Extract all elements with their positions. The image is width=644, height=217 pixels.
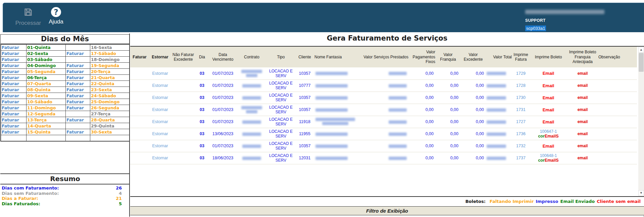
faturar-link[interactable]: Faturar [2, 129, 19, 134]
estornar-link[interactable]: Estornar [152, 156, 168, 160]
faturar-cell[interactable]: Faturar [66, 75, 90, 81]
imprime-boleto-cell[interactable]: Email [530, 67, 567, 79]
estornar-link[interactable]: Estornar [152, 107, 168, 112]
faturar-cell[interactable]: Faturar [66, 51, 90, 57]
estornar-link[interactable]: Estornar [152, 83, 168, 88]
imprime-boleto-email-link[interactable]: Email [543, 71, 554, 76]
faturar-link[interactable]: Faturar [66, 105, 84, 110]
faturar-cell[interactable]: Faturar [66, 117, 90, 123]
faturar-link[interactable]: Faturar [2, 75, 19, 80]
faturar-link[interactable]: Faturar [2, 93, 19, 98]
faturar-link[interactable]: Faturar [66, 69, 84, 74]
boleto-franquia-email-link[interactable]: email [578, 107, 588, 112]
faturar-link[interactable]: Faturar [2, 123, 19, 128]
faturar-link[interactable]: Faturar [66, 129, 84, 134]
faturar-cell[interactable]: Faturar [1, 129, 27, 135]
imprime-boleto-cell[interactable]: Email [530, 79, 567, 92]
faturar-cell[interactable]: Faturar [66, 129, 90, 135]
ajuda-button[interactable]: ? Ajuda [46, 7, 66, 25]
faturar-link[interactable]: Faturar [66, 87, 84, 92]
faturar-cell[interactable]: Faturar [1, 81, 27, 87]
imprime-fatura-link[interactable]: 1737 [516, 156, 526, 160]
imprime-fatura-link[interactable]: 1732 [516, 144, 526, 148]
imprime-boleto-cell[interactable]: Email [530, 140, 567, 152]
faturar-cell[interactable]: Faturar [1, 69, 27, 75]
faturar-link[interactable]: Faturar [2, 81, 19, 86]
boleto-franquia-email-link[interactable]: email [578, 131, 588, 136]
imprime-fatura-link[interactable]: 1731 [516, 107, 526, 112]
imprime-boleto-cell[interactable]: Email [530, 104, 567, 116]
faturar-cell[interactable]: Faturar [1, 63, 27, 69]
faturar-cell[interactable]: Faturar [66, 81, 90, 87]
imprime-boleto-cell[interactable]: Email [530, 92, 567, 104]
faturar-link[interactable]: Faturar [2, 51, 19, 56]
imprime-fatura-link[interactable]: 1730 [516, 95, 526, 100]
estornar-link[interactable]: Estornar [152, 144, 168, 148]
boleto-franquia-email-link[interactable]: email [578, 119, 588, 124]
imprime-fatura-link[interactable]: 1727 [516, 119, 526, 124]
scroll-up-button[interactable]: ▲ [638, 47, 644, 53]
faturar-link[interactable]: Faturar [66, 81, 84, 86]
faturar-cell[interactable]: Faturar [1, 51, 27, 57]
scroll-down-button[interactable]: ▼ [638, 190, 644, 196]
imprime-fatura-link[interactable]: 1729 [516, 71, 526, 76]
imprime-boleto-cell[interactable]: 100647-1 corEmailS [530, 128, 567, 140]
estornar-link[interactable]: Estornar [152, 119, 168, 124]
imprime-boleto-email-link[interactable]: Email [543, 119, 554, 124]
faturar-cell[interactable]: Faturar [1, 57, 27, 63]
faturar-cell[interactable]: Faturar [66, 93, 90, 99]
faturar-link[interactable]: Faturar [2, 105, 19, 110]
column-faturar-link[interactable]: Faturar [130, 47, 149, 67]
faturar-link[interactable]: Faturar [66, 93, 84, 98]
faturar-cell[interactable]: Faturar [1, 123, 27, 129]
column-estornar-link[interactable]: Estornar [149, 47, 171, 67]
imprime-boleto-cell[interactable]: Email [530, 116, 567, 128]
faturar-link[interactable]: Faturar [2, 99, 19, 104]
faturar-cell[interactable]: Faturar [1, 111, 27, 117]
faturar-cell[interactable]: Faturar [66, 99, 90, 105]
faturar-cell[interactable]: Faturar [1, 75, 27, 81]
faturar-cell[interactable]: Faturar [1, 117, 27, 123]
faturar-link[interactable]: Faturar [2, 87, 19, 92]
faturar-link[interactable]: Faturar [66, 75, 84, 80]
faturar-cell[interactable]: Faturar [66, 69, 90, 75]
faturar-cell[interactable]: Faturar [1, 87, 27, 93]
boleto-franquia-email-link[interactable]: email [578, 156, 588, 160]
faturar-cell[interactable]: Faturar [1, 93, 27, 99]
estornar-link[interactable]: Estornar [152, 131, 168, 136]
faturar-link[interactable]: Faturar [2, 117, 19, 122]
faturar-cell[interactable]: Faturar [66, 105, 90, 111]
vertical-scrollbar[interactable]: ▲ ▼ [638, 47, 644, 196]
estornar-link[interactable]: Estornar [152, 71, 168, 76]
faturar-cell[interactable]: Faturar [1, 45, 27, 51]
faturar-link[interactable]: Faturar [66, 117, 84, 122]
faturar-cell[interactable]: Faturar [66, 63, 90, 69]
imprime-boleto-email-link[interactable]: Email [543, 95, 554, 100]
faturar-link[interactable]: Faturar [66, 51, 84, 56]
imprime-boleto-cell[interactable]: 100648-1 corEmailS [530, 152, 567, 164]
faturar-cell[interactable]: Faturar [1, 105, 27, 111]
boleto-franquia-email-link[interactable]: email [578, 95, 588, 100]
imprime-boleto-email-link[interactable]: Email [543, 83, 554, 88]
faturar-link[interactable]: Faturar [66, 99, 84, 104]
estornar-link[interactable]: Estornar [152, 95, 168, 100]
imprime-boleto-email-link[interactable]: Email [543, 107, 554, 112]
boleto-number-link[interactable]: 100648-1 [530, 153, 566, 158]
imprime-boleto-email-link[interactable]: Email [543, 144, 554, 149]
faturar-link[interactable]: Faturar [2, 63, 19, 68]
scroll-thumb[interactable] [639, 53, 644, 72]
faturar-cell[interactable]: Faturar [66, 87, 90, 93]
boleto-franquia-email-link[interactable]: email [578, 83, 588, 88]
boleto-number-link[interactable]: 100647-1 [530, 129, 566, 134]
boleto-franquia-email-link[interactable]: email [578, 71, 588, 76]
faturar-link[interactable]: Faturar [2, 111, 19, 116]
imprime-fatura-link[interactable]: 1728 [516, 83, 526, 88]
imprime-fatura-link[interactable]: 1736 [516, 131, 526, 136]
faturar-link[interactable]: Faturar [2, 45, 19, 50]
faturar-link[interactable]: Faturar [66, 63, 84, 68]
faturar-cell[interactable]: Faturar [1, 99, 27, 105]
faturar-link[interactable]: Faturar [2, 57, 19, 62]
boleto-franquia-email-link[interactable]: email [578, 144, 588, 148]
faturar-link[interactable]: Faturar [2, 69, 19, 74]
processar-button[interactable]: Processar [13, 7, 43, 26]
